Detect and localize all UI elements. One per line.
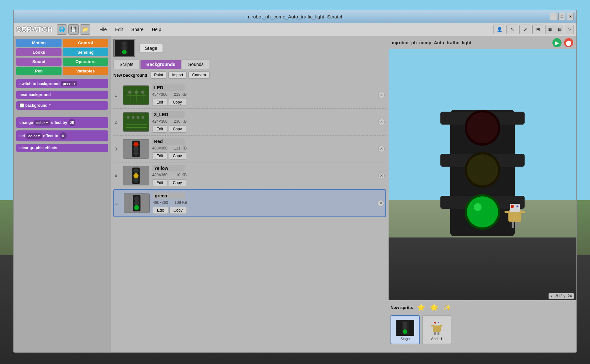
block-next-background[interactable]: next background <box>16 91 108 99</box>
close-button[interactable]: ✕ <box>567 13 574 20</box>
block-dropdown-color2[interactable]: color ▾ <box>26 133 42 139</box>
tab-sounds[interactable]: Sounds <box>182 60 210 69</box>
copy-btn-4[interactable]: Copy <box>169 179 186 186</box>
svg-point-46 <box>467 196 498 227</box>
copy-btn-5[interactable]: Copy <box>169 207 187 214</box>
edit-btn-1[interactable]: Edit <box>152 99 167 106</box>
minimize-button[interactable]: – <box>550 13 557 20</box>
bg-thumb-5 <box>124 193 150 213</box>
block-dropdown-green[interactable]: green ▾ <box>61 81 77 86</box>
svg-point-51 <box>516 205 518 207</box>
background-item-1[interactable]: 1 <box>113 82 386 109</box>
copy-btn-2[interactable]: Copy <box>169 126 186 133</box>
delete-btn-3[interactable]: ✕ <box>378 146 385 152</box>
import-button[interactable]: Import <box>168 72 187 79</box>
category-operators[interactable]: Operators <box>63 58 108 66</box>
bg-name-1: LED <box>152 84 185 91</box>
user-icon-button[interactable]: 👤 <box>494 25 505 34</box>
block-number-25[interactable]: 25 <box>68 119 75 126</box>
sprite-item-stage[interactable]: Stage <box>391 315 420 344</box>
title-bar: mjrobot_ph_comp_Auto_traffic_light- Scra… <box>14 10 576 23</box>
category-control[interactable]: Control <box>63 39 108 47</box>
category-looks[interactable]: Looks <box>16 48 62 56</box>
right-panel: mjrobot_ph_comp_Auto_traffic_light ▶ ⬤ <box>389 36 576 352</box>
delete-btn-5[interactable]: ✕ <box>378 200 384 206</box>
maximize-button[interactable]: □ <box>558 13 565 20</box>
window-controls: – □ ✕ <box>550 13 574 20</box>
save-icon-button[interactable]: 💾 <box>68 24 79 35</box>
svg-point-29 <box>133 169 139 174</box>
run-button[interactable]: ▶ <box>552 38 562 47</box>
menu-help[interactable]: Help <box>148 26 165 33</box>
sprite-item-1[interactable]: Sprite1 <box>422 315 451 344</box>
paint-sprite-btn[interactable]: ⭐ <box>416 302 426 313</box>
delete-btn-4[interactable]: ✕ <box>378 172 385 179</box>
bg-dims-3: 480×360 111 KB <box>152 146 375 150</box>
tabs: Scripts Backgrounds Sounds <box>113 60 386 69</box>
delete-btn-2[interactable]: ✕ <box>378 119 385 125</box>
svg-rect-61 <box>433 325 441 332</box>
folder-icon-button[interactable]: 📁 <box>80 24 90 35</box>
block-clear-effects[interactable]: clear graphic effects <box>16 144 108 152</box>
block-dropdown-color[interactable]: color ▾ <box>34 120 50 126</box>
category-motion[interactable]: Motion <box>16 39 62 47</box>
stop-button[interactable]: ⬤ <box>564 38 573 47</box>
menu-file[interactable]: File <box>96 26 111 33</box>
block-background-number-label: background # <box>25 103 51 108</box>
background-item-3[interactable]: 3 Red <box>113 136 386 162</box>
block-change-effect[interactable]: change color ▾ effect by 25 <box>16 117 108 128</box>
menu-edit[interactable]: Edit <box>111 26 127 33</box>
tab-scripts[interactable]: Scripts <box>113 60 140 69</box>
import-sprite-btn[interactable]: 🌟 <box>429 302 439 313</box>
tab-backgrounds[interactable]: Backgrounds <box>140 60 181 69</box>
random-sprite-btn[interactable]: ✨ <box>442 302 452 313</box>
stage-label-button[interactable]: Stage <box>139 44 163 52</box>
grid-view-btn[interactable]: ▦ <box>545 25 554 34</box>
category-pen[interactable]: Pen <box>16 67 62 75</box>
block-set-effect[interactable]: set color ▾ effect to 0 <box>16 130 108 141</box>
svg-point-64 <box>438 322 439 323</box>
stage-view[interactable]: x: -812 y: 24 <box>389 49 576 300</box>
layout-icon-button[interactable]: ⊞ <box>532 25 544 34</box>
svg-rect-55 <box>521 211 525 213</box>
main-area: Motion Control Looks Sensing Sound Opera… <box>14 36 576 352</box>
svg-point-16 <box>132 116 134 119</box>
stage-thumbnail <box>113 39 135 57</box>
bg-info-3: Red 480×360 111 KB Edit Copy <box>152 138 375 160</box>
copy-btn-3[interactable]: Copy <box>169 152 186 160</box>
svg-point-42 <box>467 112 498 143</box>
block-categories: Motion Control Looks Sensing Sound Opera… <box>16 39 108 75</box>
svg-rect-67 <box>431 325 434 326</box>
svg-point-30 <box>133 173 139 178</box>
cursor-icon-button[interactable]: ↖ <box>506 25 518 34</box>
block-switch-background[interactable]: switch to background green ▾ <box>16 79 108 88</box>
block-switch-background-label: switch to background <box>19 82 60 86</box>
list-view-btn[interactable]: ▤ <box>555 25 564 34</box>
sidebar: Motion Control Looks Sensing Sound Opera… <box>14 36 111 352</box>
paint-button[interactable]: Paint <box>151 72 166 79</box>
edit-btn-2[interactable]: Edit <box>152 126 167 133</box>
edit-btn-3[interactable]: Edit <box>152 152 167 160</box>
background-item-4[interactable]: 4 Yellow <box>113 162 386 189</box>
edit-btn-5[interactable]: Edit <box>153 207 168 214</box>
block-number-0[interactable]: 0 <box>60 132 67 139</box>
category-sound[interactable]: Sound <box>16 58 62 66</box>
bg-dims-2: 424×360 236 KB <box>152 119 375 124</box>
block-background-number[interactable]: background # <box>16 101 108 110</box>
category-sensing[interactable]: Sensing <box>63 48 108 56</box>
block-checkbox[interactable] <box>19 103 24 108</box>
copy-btn-1[interactable]: Copy <box>169 99 186 106</box>
fullscreen-icon-button[interactable]: ⤢ <box>519 25 531 34</box>
globe-icon-button[interactable]: 🌐 <box>57 24 67 35</box>
background-item-5[interactable]: 5 green <box>113 189 386 217</box>
bg-thumb-4 <box>123 166 149 185</box>
camera-button[interactable]: Camera <box>188 72 210 79</box>
edit-btn-4[interactable]: Edit <box>152 179 167 186</box>
block-next-background-label: next background <box>19 93 51 97</box>
menu-share[interactable]: Share <box>128 26 147 33</box>
present-view-btn[interactable]: ▷ <box>565 25 574 34</box>
category-variables[interactable]: Variables <box>63 67 108 75</box>
svg-rect-5 <box>123 86 149 105</box>
background-item-2[interactable]: 2 <box>113 109 386 136</box>
delete-btn-1[interactable]: ✕ <box>378 92 385 98</box>
